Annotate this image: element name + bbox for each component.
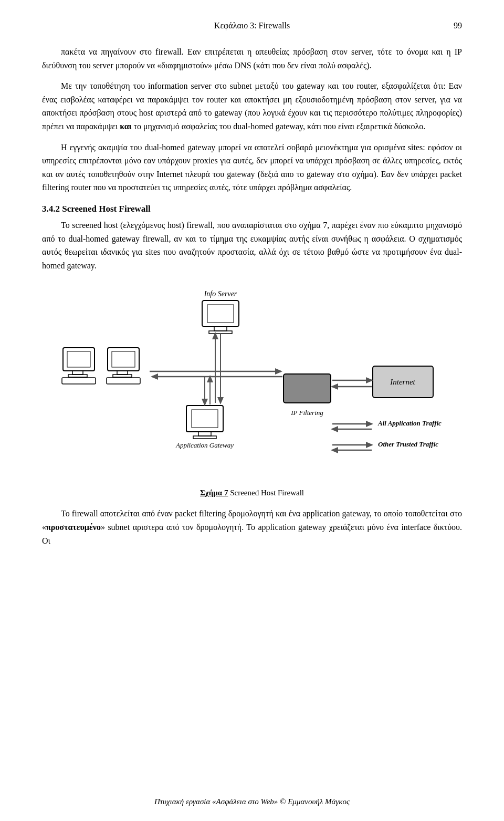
caption-rest: Screened Host Firewall xyxy=(228,489,304,497)
svg-marker-37 xyxy=(366,442,373,448)
svg-rect-11 xyxy=(117,371,128,375)
svg-marker-35 xyxy=(331,426,338,432)
other-trusted-label: Other Trusted Traffic xyxy=(378,440,438,448)
svg-rect-12 xyxy=(113,375,132,377)
info-server-label: Info Server xyxy=(204,290,237,298)
svg-marker-31 xyxy=(331,383,338,390)
svg-marker-23 xyxy=(212,332,218,339)
page-header: Κεφάλαιο 3: Firewalls 99 xyxy=(42,21,462,30)
app-gateway-label: Application Gateway xyxy=(175,441,234,449)
svg-rect-8 xyxy=(62,378,96,384)
after-diagram-paragraph: Το firewall αποτελείται από έναν packet … xyxy=(42,507,462,547)
svg-rect-3 xyxy=(209,331,232,334)
svg-rect-13 xyxy=(107,378,140,384)
svg-rect-10 xyxy=(112,351,135,367)
svg-marker-29 xyxy=(366,377,373,383)
svg-rect-7 xyxy=(68,375,87,377)
svg-marker-25 xyxy=(275,368,282,375)
svg-marker-27 xyxy=(151,373,158,380)
all-app-traffic-label: All Application Traffic xyxy=(377,419,442,427)
bold-word-kai: και xyxy=(120,122,131,131)
svg-marker-39 xyxy=(331,447,338,453)
ip-filtering-label: IP Filtering xyxy=(290,409,323,417)
svg-rect-6 xyxy=(72,371,83,375)
page: Κεφάλαιο 3: Firewalls 99 πακέτα να πηγαί… xyxy=(0,0,504,821)
footer-text: Πτυχιακή εργασία «Ασφάλεια στο Web» © Εμ… xyxy=(154,797,350,806)
svg-rect-17 xyxy=(193,436,216,439)
bold-protected: προστατευμένο xyxy=(46,523,101,532)
paragraph-2: Με την τοποθέτηση του information server… xyxy=(42,79,462,133)
internet-label: Internet xyxy=(390,378,415,386)
section-number: 3.4.2 xyxy=(42,204,60,214)
diagram-container: Info Server xyxy=(42,285,462,484)
section-paragraph-1: Το screened host (ελεγχόμενος host) fire… xyxy=(42,219,462,272)
section-title: Screened Host Firewall xyxy=(62,204,150,214)
svg-marker-33 xyxy=(366,421,373,427)
svg-rect-2 xyxy=(214,327,227,331)
svg-rect-16 xyxy=(198,432,211,436)
caption-underline: Σχήμα 7 xyxy=(200,489,228,497)
page-number: 99 xyxy=(446,21,462,30)
network-diagram: Info Server xyxy=(47,285,457,484)
svg-marker-41 xyxy=(202,399,208,406)
svg-rect-1 xyxy=(207,305,234,323)
svg-rect-5 xyxy=(67,351,90,367)
paragraph-1: πακέτα να πηγαίνουν στο firewall. Εαν επ… xyxy=(42,45,462,72)
svg-marker-21 xyxy=(217,397,224,404)
svg-rect-15 xyxy=(192,410,218,428)
chapter-title: Κεφάλαιο 3: Firewalls xyxy=(58,21,446,30)
svg-rect-18 xyxy=(284,374,331,403)
page-footer: Πτυχιακή εργασία «Ασφάλεια στο Web» © Εμ… xyxy=(0,797,504,806)
diagram-caption: Σχήμα 7 Screened Host Firewall xyxy=(42,489,462,497)
paragraph-3: Η εγγενής ακαμψία του dual-homed gateway… xyxy=(42,141,462,194)
section-heading: 3.4.2 Screened Host Firewall xyxy=(42,204,462,214)
